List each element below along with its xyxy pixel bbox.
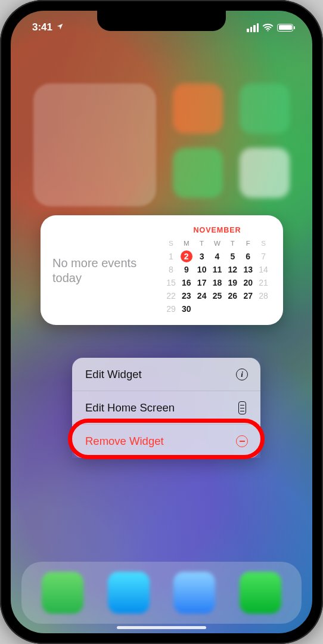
menu-item-edit-home-screen[interactable]: Edit Home Screen xyxy=(72,391,260,425)
homescreen-blurred xyxy=(11,83,312,206)
cellular-signal-icon xyxy=(247,23,259,32)
calendar-week-row: 1 2 3 4 5 6 7 xyxy=(163,250,271,263)
iphone-device-frame: 3:41 xyxy=(0,0,323,644)
menu-item-label: Edit Home Screen xyxy=(85,401,175,414)
menu-item-edit-widget[interactable]: Edit Widget i xyxy=(72,358,260,391)
widget-context-menu: Edit Widget i Edit Home Screen Remove Wi… xyxy=(72,358,260,458)
calendar-month-view: NOVEMBER S M T W T F S 1 2 3 xyxy=(163,226,271,315)
minus-circle-icon xyxy=(235,435,249,448)
dock-app[interactable] xyxy=(240,572,281,614)
dock-app[interactable] xyxy=(42,572,83,614)
calendar-week-row: 22 23 24 25 26 27 28 xyxy=(163,289,271,302)
menu-item-label: Remove Widget xyxy=(85,435,164,448)
home-indicator[interactable] xyxy=(117,626,206,629)
menu-item-remove-widget[interactable]: Remove Widget xyxy=(72,425,260,458)
dock xyxy=(21,562,302,624)
calendar-widget[interactable]: No more events today NOVEMBER S M T W T … xyxy=(41,215,283,325)
calendar-week-row: 15 16 17 18 19 20 21 xyxy=(163,276,271,289)
wifi-icon xyxy=(262,23,274,32)
svg-point-0 xyxy=(267,30,268,31)
apps-grid-icon xyxy=(235,401,249,414)
screen: 3:41 xyxy=(11,11,312,633)
calendar-week-row: 29 30 xyxy=(163,302,271,315)
menu-item-label: Edit Widget xyxy=(85,368,142,381)
battery-icon xyxy=(277,24,293,32)
status-bar: 3:41 xyxy=(11,11,312,44)
calendar-day-headers: S M T W T F S xyxy=(163,237,271,250)
dock-app[interactable] xyxy=(108,572,150,614)
status-time: 3:41 xyxy=(32,21,52,33)
dock-app[interactable] xyxy=(173,572,215,614)
no-events-label: No more events today xyxy=(52,256,155,286)
calendar-week-row: 8 9 10 11 12 13 14 xyxy=(163,263,271,276)
location-icon xyxy=(56,23,64,32)
calendar-today: 2 xyxy=(181,250,192,262)
info-icon: i xyxy=(235,368,249,381)
calendar-month-label: NOVEMBER xyxy=(163,226,271,234)
